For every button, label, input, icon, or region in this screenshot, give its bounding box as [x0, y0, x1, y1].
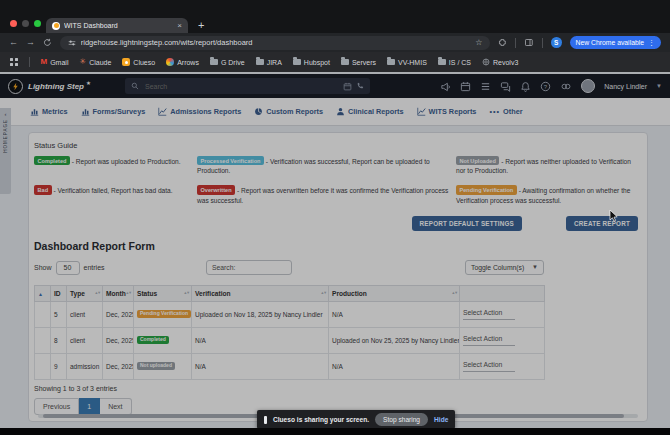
- minimize-window-button[interactable]: [22, 20, 29, 27]
- create-report-button[interactable]: CREATE REPORT: [566, 216, 638, 231]
- clueso-icon: [122, 58, 130, 66]
- expand-column-header[interactable]: ▲: [35, 285, 51, 301]
- search-input[interactable]: [143, 82, 339, 91]
- global-search[interactable]: [125, 78, 370, 94]
- screen-share-message: Clueso is sharing your screen.: [273, 416, 369, 423]
- queue-icon[interactable]: [480, 81, 491, 92]
- bell-icon[interactable]: [520, 81, 531, 92]
- status-guide-title: Status Guide: [34, 141, 642, 150]
- bookmark-servers[interactable]: Servers: [341, 59, 376, 66]
- status-badge: Not Uploaded: [456, 156, 499, 165]
- link-icon[interactable]: [560, 81, 572, 92]
- select-action-dropdown[interactable]: Select Action: [463, 309, 515, 320]
- bookmark-iscs[interactable]: IS / CS: [438, 59, 471, 66]
- form-title: Dashboard Report Form: [34, 240, 642, 252]
- maximize-window-button[interactable]: [34, 20, 41, 27]
- toggle-columns-button[interactable]: Toggle Column(s) ▼: [465, 260, 544, 275]
- sort-icon: ▲▼: [125, 291, 131, 295]
- lightning-step-logo[interactable]: [8, 79, 23, 94]
- browser-tab[interactable]: WITS Dashboard ×: [46, 18, 188, 33]
- tab-forms-surveys[interactable]: Forms/Surveys: [81, 107, 146, 116]
- table-row[interactable]: 5 client Dec, 2025 Pending Verification …: [35, 301, 545, 327]
- apps-grid-icon[interactable]: [10, 58, 18, 66]
- tab-wits-reports[interactable]: WITS Reports: [417, 107, 477, 116]
- table-row[interactable]: 8 client Dec, 2025 Completed N/A Uploade…: [35, 327, 545, 353]
- sort-icon: ▲▼: [320, 291, 326, 295]
- announcement-icon[interactable]: [440, 81, 451, 92]
- url-field[interactable]: ridgehouse.lightningstep.com/wits/report…: [60, 36, 491, 50]
- column-header-production[interactable]: Production▲▼: [329, 285, 460, 301]
- help-icon[interactable]: ?: [540, 81, 551, 92]
- back-icon[interactable]: ←: [9, 38, 18, 47]
- previous-page-button[interactable]: Previous: [34, 398, 79, 415]
- stop-sharing-button[interactable]: Stop sharing: [375, 413, 428, 426]
- forward-icon[interactable]: →: [26, 38, 35, 47]
- cell-id: 9: [51, 353, 67, 379]
- calendar-icon[interactable]: [343, 82, 352, 91]
- column-header-status[interactable]: Status▲▼: [134, 285, 192, 301]
- bookmark-gmail[interactable]: MGmail: [41, 58, 69, 66]
- bookmark-arrows[interactable]: Arrows: [166, 58, 199, 66]
- tab-other[interactable]: •••Other: [489, 107, 522, 116]
- tab-custom-reports[interactable]: Custom Reports: [254, 107, 323, 116]
- bookmark-hubspot[interactable]: Hubspot: [293, 59, 330, 66]
- new-tab-button[interactable]: +: [198, 19, 204, 32]
- column-header-actions: [460, 285, 545, 301]
- table-row[interactable]: 9 admission Dec, 2025 Not uploaded N/A N…: [35, 353, 545, 379]
- status-badge: Overwritten: [197, 185, 235, 194]
- tab-clinical-reports[interactable]: Clinical Reports: [336, 107, 404, 116]
- table-search-input[interactable]: [238, 263, 278, 272]
- bookmark-claude[interactable]: ✳Claude: [79, 58, 111, 66]
- table-header-row: ▲ ID Type▲▼ Month▲▼ Status▲▼ Verificatio…: [35, 285, 545, 301]
- table-toolbar: Show 50 entries Search: Toggle Column(s)…: [34, 259, 544, 279]
- card-actions: REPORT DEFAULT SETTINGS CREATE REPORT: [34, 216, 638, 231]
- sidebar-slide-tab[interactable]: ‹ HOMEPAGE: [0, 108, 11, 194]
- reload-icon[interactable]: [43, 38, 52, 47]
- cell-verification: Uploaded on Nov 18, 2025 by Nancy Lindle…: [192, 301, 329, 327]
- close-window-button[interactable]: [10, 20, 17, 27]
- user-menu-caret-icon[interactable]: ▼: [656, 83, 662, 89]
- table-search[interactable]: Search:: [206, 260, 292, 275]
- window-controls[interactable]: [10, 20, 41, 27]
- extensions-icon[interactable]: [498, 38, 507, 47]
- column-header-type[interactable]: Type▲▼: [67, 285, 103, 301]
- select-action-dropdown[interactable]: Select Action: [463, 335, 515, 346]
- tab-admissions-reports[interactable]: Admissions Reports: [158, 107, 241, 116]
- cell-id: 8: [51, 327, 67, 353]
- select-action-dropdown[interactable]: Select Action: [463, 361, 515, 372]
- tab-close-icon[interactable]: ×: [177, 22, 182, 30]
- current-page-button[interactable]: 1: [79, 398, 100, 415]
- cell-production: N/A: [329, 353, 460, 379]
- brand-name: Lightning Step: [28, 82, 84, 91]
- column-header-month[interactable]: Month▲▼: [103, 285, 134, 301]
- next-page-button[interactable]: Next: [100, 398, 131, 415]
- sidebar-slide-label: HOMEPAGE: [3, 119, 8, 153]
- report-nav-tabs: Metrics Forms/Surveys Admissions Reports…: [0, 98, 670, 126]
- favorite-star-icon[interactable]: ★: [86, 80, 91, 86]
- calendar-icon[interactable]: [460, 81, 471, 92]
- tab-metrics[interactable]: Metrics: [30, 107, 68, 116]
- bookmark-star-icon[interactable]: ☆: [475, 38, 482, 47]
- entries-select[interactable]: 50: [56, 261, 80, 275]
- column-header-id[interactable]: ID: [51, 285, 67, 301]
- bookmark-revolv3[interactable]: Revolv3: [482, 58, 518, 66]
- divider: [542, 38, 543, 48]
- site-settings-icon[interactable]: [68, 39, 76, 47]
- browser-tab-strip: WITS Dashboard × +: [0, 0, 670, 33]
- side-panel-icon[interactable]: [524, 38, 534, 47]
- user-avatar[interactable]: [581, 79, 595, 93]
- report-default-settings-button[interactable]: REPORT DEFAULT SETTINGS: [412, 216, 522, 231]
- bookmark-jira[interactable]: JIRA: [256, 59, 282, 66]
- browser-menu-icon[interactable]: ⋮: [648, 39, 655, 47]
- browser-profile-avatar[interactable]: S: [551, 37, 562, 48]
- chat-icon[interactable]: [500, 81, 511, 92]
- sort-icon: ▲▼: [183, 291, 189, 295]
- phone-icon[interactable]: [356, 82, 364, 90]
- status-guide-item: Completed - Report was uploaded to Produ…: [34, 156, 197, 176]
- bookmark-vvhmis[interactable]: VV-HMIS: [387, 59, 427, 66]
- bookmark-gdrive[interactable]: G Drive: [210, 59, 245, 66]
- bookmark-clueso[interactable]: Clueso: [122, 58, 155, 66]
- hide-toast-link[interactable]: Hide: [434, 416, 448, 423]
- chrome-update-button[interactable]: New Chrome available ⋮: [570, 36, 661, 49]
- column-header-verification[interactable]: Verification▲▼: [192, 285, 329, 301]
